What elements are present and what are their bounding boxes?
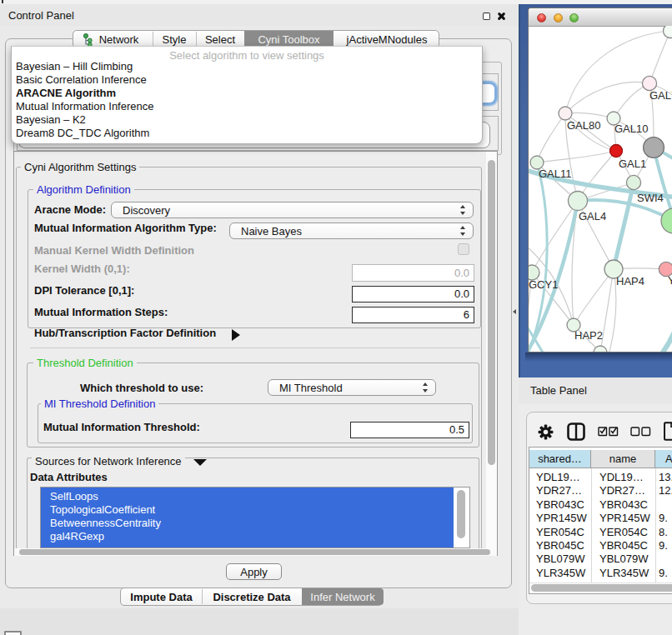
svg-text:SWI4: SWI4 bbox=[637, 192, 664, 204]
svg-text:GCY1: GCY1 bbox=[529, 278, 558, 291]
svg-text:Y: Y bbox=[668, 274, 672, 287]
svg-text:GAL11: GAL11 bbox=[539, 168, 572, 180]
svg-text:HAP2: HAP2 bbox=[574, 329, 603, 342]
svg-text:GAL1: GAL1 bbox=[619, 158, 646, 170]
svg-text:GAL7: GAL7 bbox=[649, 89, 672, 102]
svg-text:GAL80: GAL80 bbox=[567, 119, 600, 132]
svg-text:HAP4: HAP4 bbox=[616, 275, 644, 288]
svg-text:GAL4: GAL4 bbox=[579, 210, 606, 222]
svg-text:GAL10: GAL10 bbox=[614, 122, 648, 135]
